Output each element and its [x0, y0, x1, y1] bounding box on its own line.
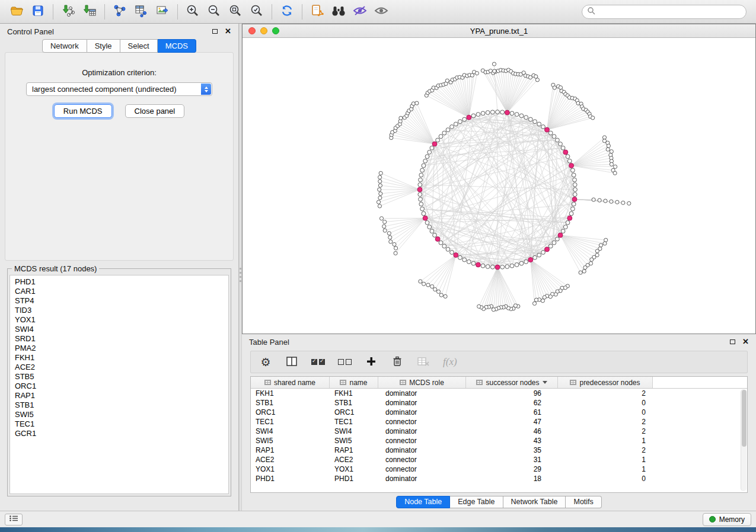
select-all-columns-button[interactable]	[311, 355, 325, 369]
open-folder-button[interactable]	[6, 2, 27, 21]
mcds-result-list[interactable]: PHD1CAR1STP4TID3YOX1SWI4SRD1PMA2FKH1ACE2…	[9, 275, 229, 494]
maximize-window-icon[interactable]	[272, 27, 279, 34]
table-cell: dominator	[378, 427, 466, 435]
result-node-item[interactable]: SRD1	[15, 334, 224, 344]
clone-network-icon	[310, 4, 324, 20]
main-area: Control Panel ✕ Network Style Select MCD…	[0, 24, 756, 511]
table-cell: RAP1	[251, 446, 330, 454]
table-cell: FKH1	[330, 389, 378, 398]
task-history-button[interactable]	[5, 514, 23, 525]
column-header-successor-nodes[interactable]: successor nodes	[466, 377, 558, 388]
tab-network[interactable]: Network	[42, 39, 87, 53]
function-builder-button[interactable]: f(x)	[443, 355, 457, 369]
binoculars-icon	[331, 4, 346, 20]
zoom-out-button[interactable]	[203, 2, 225, 21]
result-node-item[interactable]: YOX1	[15, 315, 224, 325]
result-node-item[interactable]: GCR1	[15, 429, 224, 438]
network-canvas[interactable]	[243, 38, 755, 334]
result-node-item[interactable]: FKH1	[15, 353, 224, 363]
refresh-button[interactable]	[276, 2, 298, 21]
result-node-item[interactable]: STB5	[15, 372, 224, 382]
table-row[interactable]: ORC1ORC1dominator610	[251, 408, 747, 417]
tab-motifs[interactable]: Motifs	[566, 496, 601, 508]
table-row[interactable]: STB1STB1dominator620	[251, 398, 747, 408]
column-header-predecessor-nodes[interactable]: predecessor nodes	[558, 377, 653, 388]
delete-table-button[interactable]	[417, 355, 430, 369]
zoom-fit-icon	[228, 4, 243, 20]
table-cell: ACE2	[330, 456, 378, 464]
float-window-icon[interactable]	[212, 29, 218, 34]
result-node-item[interactable]: ORC1	[15, 382, 224, 391]
add-column-button[interactable]	[365, 355, 378, 369]
search-input[interactable]	[598, 8, 741, 16]
open-folder-icon	[9, 4, 24, 20]
result-node-item[interactable]: STP4	[15, 296, 224, 306]
hide-selected-button[interactable]	[349, 2, 371, 21]
result-node-item[interactable]: CAR1	[15, 287, 224, 296]
table-row[interactable]: SWI4SWI4dominator462	[251, 427, 747, 436]
table-settings-button[interactable]: ⚙	[259, 355, 272, 369]
tab-edge-table[interactable]: Edge Table	[450, 496, 503, 508]
result-node-item[interactable]: ACE2	[15, 363, 224, 372]
close-panel-icon[interactable]: ✕	[742, 339, 749, 345]
column-header-name[interactable]: name	[330, 377, 378, 388]
zoom-fit-button[interactable]	[225, 2, 246, 21]
close-panel-button[interactable]: Close panel	[125, 104, 185, 118]
column-header-MCDS-role[interactable]: MCDS role	[378, 377, 466, 388]
unselect-all-columns-button[interactable]	[338, 355, 352, 369]
run-mcds-button[interactable]: Run MCDS	[54, 104, 112, 118]
show-all-button[interactable]	[371, 2, 392, 21]
gear-icon: ⚙	[260, 357, 270, 368]
toolbar-separator	[177, 4, 178, 20]
search-network-button[interactable]	[328, 2, 349, 21]
export-image-button[interactable]	[152, 2, 173, 21]
zoom-selected-button[interactable]	[246, 2, 267, 21]
result-node-item[interactable]: TEC1	[15, 419, 224, 429]
tab-select[interactable]: Select	[120, 39, 158, 53]
import-table-button[interactable]	[79, 2, 100, 21]
zoom-in-button[interactable]	[182, 2, 203, 21]
result-node-item[interactable]: PMA2	[15, 344, 224, 353]
table-row[interactable]: PHD1PHD1dominator180	[251, 474, 747, 483]
tab-style[interactable]: Style	[87, 39, 120, 53]
clone-network-button[interactable]	[307, 2, 328, 21]
column-label: predecessor nodes	[579, 379, 640, 387]
result-node-item[interactable]: RAP1	[15, 391, 224, 400]
result-node-item[interactable]: PHD1	[15, 277, 224, 287]
result-node-item[interactable]: TID3	[15, 306, 224, 315]
table-row[interactable]: TEC1TEC1connector472	[251, 417, 747, 427]
table-row[interactable]: SWI5SWI5connector431	[251, 436, 747, 446]
result-node-item[interactable]: SWI5	[15, 410, 224, 419]
network-graph[interactable]	[243, 38, 755, 334]
save-button[interactable]	[27, 2, 49, 21]
table-row[interactable]: YOX1YOX1connector291	[251, 464, 747, 474]
table-row[interactable]: ACE2ACE2connector311	[251, 455, 747, 464]
new-network-button[interactable]	[109, 2, 130, 21]
tab-network-table[interactable]: Network Table	[503, 496, 566, 508]
sort-caret-icon	[543, 381, 547, 384]
network-table-button[interactable]	[130, 2, 152, 21]
show-columns-button[interactable]	[285, 355, 298, 369]
scrollbar-thumb[interactable]	[742, 390, 747, 447]
table-cell: 0	[558, 475, 653, 483]
table-scrollbar[interactable]	[741, 389, 747, 491]
result-node-item[interactable]: SWI4	[15, 325, 224, 334]
float-window-icon[interactable]	[730, 339, 735, 344]
table-cell: SWI4	[251, 427, 330, 435]
memory-button[interactable]: Memory	[703, 513, 751, 526]
table-row[interactable]: FKH1FKH1dominator962	[251, 389, 747, 398]
result-node-item[interactable]: STB1	[15, 400, 224, 410]
column-header-shared-name[interactable]: shared name	[251, 377, 330, 388]
tab-mcds[interactable]: MCDS	[158, 39, 196, 53]
table-row[interactable]: RAP1RAP1dominator352	[251, 446, 747, 455]
close-window-icon[interactable]	[248, 27, 256, 34]
close-panel-icon[interactable]: ✕	[225, 28, 231, 34]
import-network-button[interactable]	[58, 2, 79, 21]
tab-node-table[interactable]: Node Table	[396, 496, 450, 508]
table-cell: 1	[558, 456, 653, 464]
network-titlebar[interactable]: YPA_prune.txt_1	[243, 24, 755, 38]
minimize-window-icon[interactable]	[260, 27, 267, 34]
panel-splitter[interactable]	[239, 24, 242, 511]
criterion-select[interactable]: largest connected component (undirected)	[26, 82, 212, 96]
delete-column-button[interactable]	[391, 355, 404, 369]
